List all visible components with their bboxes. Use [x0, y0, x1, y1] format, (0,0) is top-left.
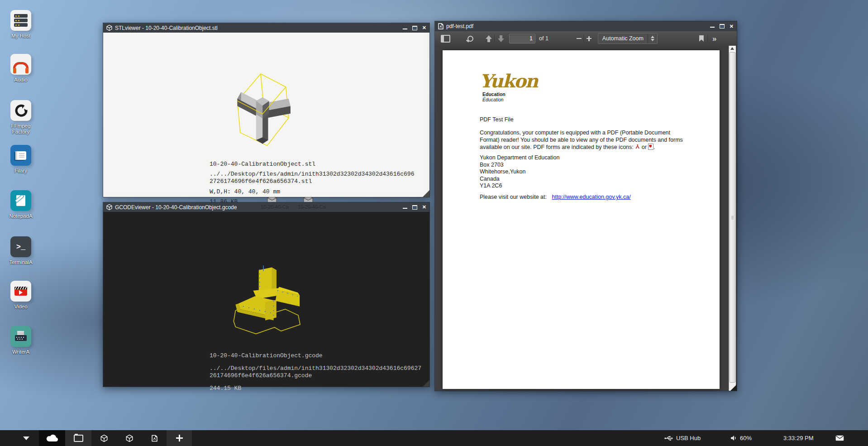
volume-icon — [730, 435, 737, 441]
taskbar-cloud-button[interactable] — [39, 430, 65, 446]
pdf-doc-icon — [438, 23, 444, 29]
gcode-path-line1: ../../Desktop/files/admin/inith31302d323… — [210, 365, 421, 372]
server-icon — [10, 10, 31, 31]
occluded-file-label: 10-20-40-Ca — [298, 204, 326, 210]
address-line: Y1A 2C6 — [480, 182, 560, 190]
taskbar-pdf-button[interactable] — [142, 430, 167, 446]
stlviewer-titlebar[interactable]: STLviewer - 10-20-40-CalibrationObject.s… — [103, 23, 429, 33]
stl-path-line1: ../../Desktop/files/admin/inith31302d323… — [210, 171, 414, 177]
minimize-icon[interactable] — [710, 27, 715, 28]
mail-icon — [835, 435, 844, 441]
pdf-page: Yukon Education Éducation PDF Test File … — [443, 50, 720, 389]
desktop-icon-audio[interactable]: Audio — [8, 54, 33, 83]
minimize-icon[interactable] — [403, 29, 407, 29]
pdf-toolbar: 1 of 1 Automatic Zoom — [435, 31, 737, 46]
sidebar-toggle-icon[interactable] — [441, 35, 450, 43]
desktop-icon-ffmpeg-factory[interactable]: FFmpeg Factory — [8, 100, 33, 135]
resize-grip[interactable] — [423, 380, 429, 387]
logo-subtitle-en: Education — [482, 91, 538, 97]
volume-status[interactable]: 60% — [730, 430, 752, 446]
yukon-logo: Yukon Education Éducation — [480, 72, 538, 102]
website-link[interactable]: http://www.education.gov.yk.ca/ — [552, 194, 630, 200]
maximize-icon[interactable] — [412, 205, 417, 210]
pdf-window: pdf-test.pdf 1 of 1 Automatic Zoo — [434, 21, 737, 391]
window-title: GCODEviewer - 10-20-40-CalibrationObject… — [115, 204, 396, 211]
stl-viewport[interactable]: 10-20-40-CalibrationObject.stl ../../Des… — [103, 33, 429, 197]
desktop-icon-label: Video — [8, 304, 33, 310]
desktop-icon-writera[interactable]: WriterA — [8, 326, 33, 355]
mail-status[interactable] — [835, 430, 844, 446]
pdf-form-icon — [648, 144, 653, 150]
resize-grip[interactable] — [730, 384, 737, 391]
add-window-icon — [176, 435, 183, 441]
gcode-filename: 10-20-40-CalibrationObject.gcode — [210, 352, 323, 359]
taskbar-add-button[interactable] — [167, 430, 192, 446]
cube-icon — [106, 25, 112, 31]
desktop-icon-terminala[interactable]: TerminalA — [8, 236, 33, 265]
resize-grip[interactable] — [423, 190, 429, 197]
search-icon[interactable] — [467, 36, 473, 42]
logo-subtitle-fr: Éducation — [482, 97, 538, 102]
pdf-titlebar[interactable]: pdf-test.pdf — [435, 21, 737, 31]
note-pen-icon — [10, 190, 31, 211]
stl-filename: 10-20-40-CalibrationObject.stl — [210, 161, 315, 168]
page-number-input[interactable]: 1 — [509, 34, 535, 43]
desktop-icon-notepada[interactable]: NotepadA — [8, 190, 33, 219]
usb-status[interactable]: USB Hub — [664, 430, 701, 446]
gcodeviewer-window: GCODEviewer - 10-20-40-CalibrationObject… — [103, 202, 430, 387]
more-tools-icon[interactable] — [712, 35, 716, 43]
stl-path-line2: 2726174696f6e4f626a656374.stl — [210, 178, 312, 185]
gcodeviewer-titlebar[interactable]: GCODEviewer - 10-20-40-CalibrationObject… — [103, 202, 429, 212]
zoom-in-icon[interactable] — [587, 36, 591, 41]
address-block: Yukon Department of Education Box 2703 W… — [480, 154, 560, 190]
gcode-3d-toolpath — [229, 265, 315, 340]
maximize-icon[interactable] — [412, 26, 417, 30]
window-title: pdf-test.pdf — [446, 23, 704, 29]
usb-label: USB Hub — [676, 435, 701, 441]
terminal-prompt-icon — [10, 236, 31, 257]
close-icon[interactable] — [422, 205, 426, 210]
minimize-icon[interactable] — [403, 208, 407, 209]
zoom-out-icon[interactable] — [577, 38, 582, 39]
bookmark-icon[interactable] — [699, 35, 704, 42]
cloud-icon — [46, 434, 58, 442]
taskbar-files-button[interactable] — [65, 430, 91, 446]
close-icon[interactable] — [730, 24, 734, 29]
paragraph-text: . — [653, 144, 655, 150]
select-arrows-icon — [648, 34, 657, 43]
zoom-select[interactable]: Automatic Zoom — [598, 33, 658, 44]
page-down-icon[interactable] — [497, 35, 505, 43]
desktop-icon-video[interactable]: Video — [8, 281, 33, 310]
usb-icon — [664, 436, 673, 441]
website-label: Please visit our website at: — [480, 194, 547, 200]
taskbar-menu-button[interactable] — [14, 430, 39, 446]
stl-dimensions: W,D,H: 40, 40, 40 mm — [210, 188, 280, 195]
gcode-viewport[interactable]: 10-20-40-CalibrationObject.gcode ../../D… — [103, 212, 429, 387]
page-count-label: of 1 — [539, 35, 548, 42]
scroll-up-icon[interactable] — [730, 47, 734, 50]
maximize-icon[interactable] — [720, 24, 725, 29]
taskbar: USB Hub 60% 3:33:29 PM — [0, 430, 868, 446]
address-line: Canada — [480, 176, 560, 183]
address-line: Box 2703 — [480, 162, 560, 169]
recycle-arrows-icon — [10, 100, 31, 121]
pdf-content-area[interactable]: Yukon Education Éducation PDF Test File … — [435, 46, 737, 391]
clock[interactable]: 3:33:29 PM — [783, 430, 814, 446]
desktop-icon-label: Filary — [8, 168, 33, 174]
taskbar-gcodeviewer-button[interactable] — [117, 430, 142, 446]
desktop-icon-my-host[interactable]: My Host — [8, 10, 33, 39]
desktop-icon-label: WriterA — [8, 349, 33, 355]
clock-label: 3:33:29 PM — [783, 435, 814, 441]
vertical-scrollbar[interactable] — [729, 46, 736, 391]
desktop-icon-label: FFmpeg Factory — [8, 123, 33, 135]
taskbar-stlviewer-button[interactable] — [91, 430, 117, 446]
pdf-doc-icon — [152, 435, 157, 442]
website-line: Please visit our website at: http://www.… — [480, 194, 631, 201]
desktop-icon-filary[interactable]: Filary — [8, 145, 33, 174]
yukon-logo-word: Yukon — [480, 72, 538, 90]
desktop-icon-label: NotepadA — [8, 213, 33, 219]
page-up-icon[interactable] — [485, 35, 492, 43]
scrollbar-thumb[interactable] — [730, 52, 735, 383]
close-icon[interactable] — [422, 25, 426, 30]
pdf-paragraph: Congratulations, your computer is equipp… — [480, 129, 690, 151]
